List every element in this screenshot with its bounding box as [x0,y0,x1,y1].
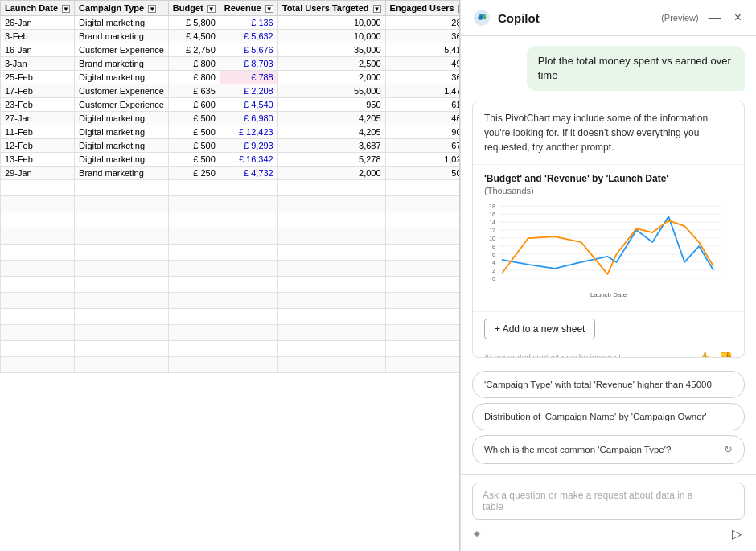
col-header-campaign-type[interactable]: Campaign Type ▼ [75,1,169,16]
cell-revenue: £ 136 [220,16,277,30]
svg-text:14: 14 [489,220,495,225]
cell-total-users: 3,687 [277,139,385,153]
ai-disclaimer: AI-generated content may be incorrect [484,353,621,358]
table-row[interactable]: 23-Feb Customer Experience £ 600 £ 4,540… [1,98,460,112]
filter-total-users[interactable]: ▼ [373,5,381,13]
table-row[interactable]: 16-Jan Customer Experience £ 2,750 £ 5,6… [1,43,460,57]
add-to-sheet-button[interactable]: + Add to a new sheet [484,319,595,339]
col-header-budget[interactable]: Budget ▼ [168,1,220,16]
input-box: Ask a question or make a request about d… [472,483,745,520]
empty-row [1,341,460,357]
copilot-header: Copilot (Preview) — × [461,0,756,36]
col-header-total-users[interactable]: Total Users Targeted ▼ [277,1,385,16]
table-row[interactable]: 11-Feb Digital marketing £ 500 £ 12,423 … [1,125,460,139]
cell-total-users: 5,278 [277,153,385,167]
suggestion-item-0[interactable]: 'Campaign Type' with total 'Revenue' hig… [472,371,745,398]
cell-campaign-type: Customer Experience [75,84,169,98]
empty-row [1,277,460,293]
cell-engaged-users: 367 [385,71,459,84]
col-header-launch-date[interactable]: Launch Date ▼ [1,1,75,16]
chart-title: 'Budget' and 'Revenue' by 'Launch Date' [484,173,733,184]
cell-engaged-users: 902 [385,125,459,139]
filter-campaign-type[interactable]: ▼ [148,5,156,13]
svg-text:16: 16 [489,212,495,218]
empty-row [1,228,460,245]
cell-date: 3-Jan [1,57,75,71]
chart-section: 'Budget' and 'Revenue' by 'Launch Date' … [473,165,744,311]
filter-revenue[interactable]: ▼ [265,5,273,13]
table-row[interactable]: 13-Feb Digital marketing £ 500 £ 16,342 … [1,153,460,167]
empty-row [1,196,460,212]
cell-engaged-users: 362 [385,30,459,43]
filter-launch-date[interactable]: ▼ [62,5,70,13]
table-row[interactable]: 26-Jan Digital marketing £ 5,800 £ 136 1… [1,16,460,30]
input-footer: ✦ ▷ [472,524,745,543]
col-header-engaged-users[interactable]: Engaged Users ▼ [385,1,459,16]
cell-campaign-type: Digital marketing [75,139,169,153]
svg-point-1 [480,16,483,19]
cell-budget: £ 800 [168,57,220,71]
cell-campaign-type: Customer Experience [75,43,169,57]
feedback-buttons: 👍 👎 [697,351,733,357]
filter-engaged-users[interactable]: ▼ [458,5,459,13]
spreadsheet-panel: Launch Date ▼ Campaign Type ▼ Budget ▼ R… [0,0,460,551]
svg-text:18: 18 [489,204,495,210]
cell-date: 27-Jan [1,112,75,125]
revenue-line [502,221,713,275]
thumbs-up-button[interactable]: 👍 [697,351,711,357]
suggestion-item-2[interactable]: Which is the most common 'Campaign Type'… [472,435,745,464]
ai-footer: AI-generated content may be incorrect 👍 … [473,347,744,357]
cell-campaign-type: Customer Experience [75,98,169,112]
table-scroll-area[interactable]: Launch Date ▼ Campaign Type ▼ Budget ▼ R… [0,0,459,551]
cell-revenue: £ 8,703 [220,57,277,71]
svg-text:0: 0 [492,276,495,282]
chart-subtitle: (Thousands) [484,186,733,195]
cell-budget: £ 500 [168,125,220,139]
cell-revenue: £ 9,293 [220,139,277,153]
cell-engaged-users: 1,470 [385,84,459,98]
table-row[interactable]: 17-Feb Customer Experience £ 635 £ 2,208… [1,84,460,98]
table-row[interactable]: 3-Feb Brand marketing £ 4,500 £ 5,632 10… [1,30,460,43]
refresh-icon: ↻ [724,442,733,457]
copilot-body[interactable]: Plot the total money spent vs earned ove… [461,36,756,474]
cell-revenue: £ 16,342 [220,153,277,167]
filter-budget[interactable]: ▼ [207,5,216,13]
pivot-chart: 18 16 14 12 10 8 6 4 2 0 [484,202,733,306]
table-row[interactable]: 3-Jan Brand marketing £ 800 £ 8,703 2,50… [1,57,460,71]
chart-actions: + Add to a new sheet [473,311,744,347]
sparkle-icon: ✦ [472,528,482,541]
cell-revenue: £ 5,676 [220,43,277,57]
cell-revenue: £ 6,980 [220,112,277,125]
empty-row [1,245,460,261]
suggestion-item-1[interactable]: Distribution of 'Campaign Name' by 'Camp… [472,403,745,430]
suggestion-text: 'Campaign Type' with total 'Revenue' hig… [484,378,712,391]
cell-total-users: 950 [277,98,385,112]
empty-row [1,357,460,373]
copilot-panel: Copilot (Preview) — × Plot the total mon… [460,0,756,551]
table-row[interactable]: 29-Jan Brand marketing £ 250 £ 4,732 2,0… [1,167,460,180]
copilot-logo-icon [472,8,491,27]
copilot-preview-label: (Preview) [661,13,698,23]
svg-text:2: 2 [492,268,495,273]
cell-campaign-type: Digital marketing [75,16,169,30]
table-row[interactable]: 12-Feb Digital marketing £ 500 £ 9,293 3… [1,139,460,153]
table-row[interactable]: 27-Jan Digital marketing £ 500 £ 6,980 4… [1,112,460,125]
cell-campaign-type: Digital marketing [75,71,169,84]
empty-row [1,293,460,309]
table-row[interactable]: 25-Feb Digital marketing £ 800 £ 788 2,0… [1,71,460,84]
minimize-button[interactable]: — [705,9,725,27]
cell-date: 3-Feb [1,30,75,43]
col-header-revenue[interactable]: Revenue ▼ [220,1,277,16]
cell-engaged-users: 618 [385,98,459,112]
empty-row [1,261,460,277]
suggestion-text: Distribution of 'Campaign Name' by 'Camp… [484,410,707,423]
send-button[interactable]: ▷ [729,524,745,543]
cell-campaign-type: Brand marketing [75,167,169,180]
empty-row [1,180,460,196]
close-button[interactable]: × [731,9,745,27]
svg-text:12: 12 [489,228,495,233]
cell-engaged-users: 673 [385,139,459,153]
cell-budget: £ 4,500 [168,30,220,43]
thumbs-down-button[interactable]: 👎 [719,351,733,357]
cell-date: 16-Jan [1,43,75,57]
